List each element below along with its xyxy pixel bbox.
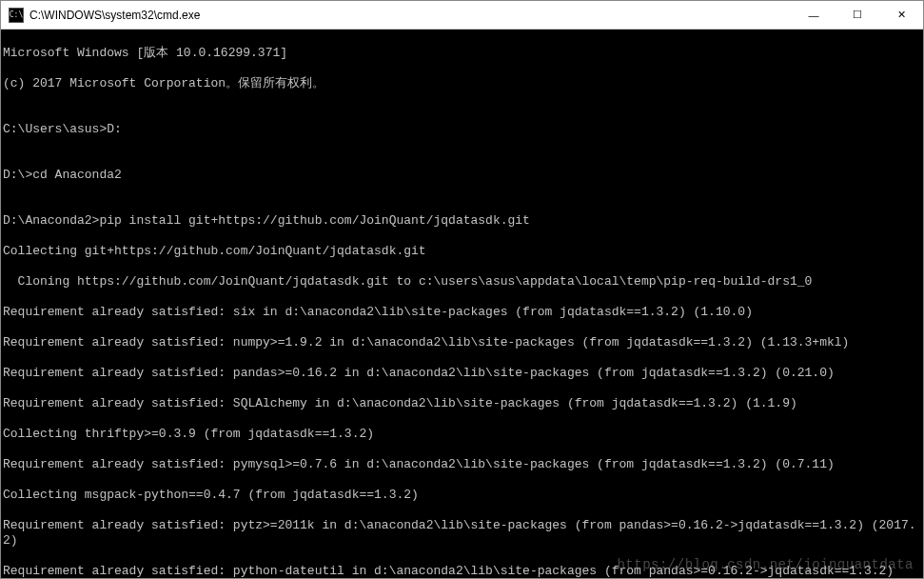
watermark-text: https://blog.csdn.net/joinquantdata: [617, 557, 914, 572]
output-line: (c) 2017 Microsoft Corporation。保留所有权利。: [3, 76, 921, 91]
output-line: Requirement already satisfied: pytz>=201…: [3, 518, 921, 549]
cmd-icon: C:\: [9, 8, 24, 23]
output-line: Requirement already satisfied: numpy>=1.…: [3, 335, 921, 350]
output-line: Requirement already satisfied: six in d:…: [3, 305, 921, 320]
output-line: Collecting thriftpy>=0.3.9 (from jqdatas…: [3, 427, 921, 442]
prompt-line: C:\Users\asus>D:: [3, 122, 921, 137]
output-line: Collecting msgpack-python==0.4.7 (from j…: [3, 488, 921, 503]
output-line: Microsoft Windows [版本 10.0.16299.371]: [3, 46, 921, 61]
output-line: Requirement already satisfied: pandas>=0…: [3, 366, 921, 381]
cmd-window: C:\ C:\WINDOWS\system32\cmd.exe — ☐ ✕ Mi…: [0, 0, 924, 579]
prompt-line: D:\>cd Anaconda2: [3, 168, 921, 183]
window-controls: — ☐ ✕: [792, 1, 923, 29]
close-button[interactable]: ✕: [879, 1, 923, 29]
maximize-button[interactable]: ☐: [836, 1, 879, 29]
output-line: Requirement already satisfied: pymysql>=…: [3, 457, 921, 472]
prompt-line: D:\Anaconda2>pip install git+https://git…: [3, 213, 921, 229]
output-line: Collecting git+https://github.com/JoinQu…: [3, 244, 921, 259]
titlebar[interactable]: C:\ C:\WINDOWS\system32\cmd.exe — ☐ ✕: [1, 1, 923, 30]
titlebar-left: C:\ C:\WINDOWS\system32\cmd.exe: [9, 8, 200, 23]
minimize-button[interactable]: —: [792, 1, 836, 29]
terminal-output[interactable]: Microsoft Windows [版本 10.0.16299.371] (c…: [1, 30, 923, 578]
output-line: Requirement already satisfied: SQLAlchem…: [3, 396, 921, 411]
output-line: Cloning https://github.com/JoinQuant/jqd…: [3, 274, 921, 290]
window-title: C:\WINDOWS\system32\cmd.exe: [29, 9, 200, 22]
